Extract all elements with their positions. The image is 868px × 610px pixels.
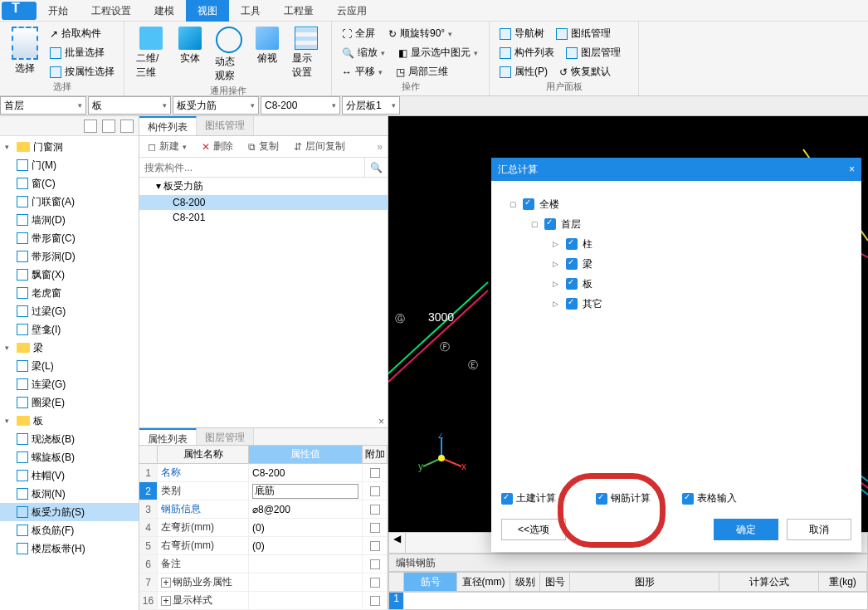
intercopy-button[interactable]: ⇵层间复制 xyxy=(290,138,349,155)
prop-row-chk[interactable] xyxy=(363,573,388,591)
tab-proplayer[interactable]: 图层管理 xyxy=(197,428,254,445)
toggle-n2[interactable]: ▷ xyxy=(553,260,561,268)
cb-n4[interactable] xyxy=(566,298,578,310)
tree-item[interactable]: 板受力筋(S) xyxy=(0,503,139,521)
select-button[interactable]: 选择 xyxy=(7,25,43,81)
ok-button[interactable]: 确定 xyxy=(714,519,778,540)
tab-tools[interactable]: 工具 xyxy=(229,0,272,22)
tree-tool3[interactable] xyxy=(120,120,134,133)
delete-button[interactable]: ✕删除 xyxy=(198,138,237,155)
local3d-button[interactable]: ◳局部三维 xyxy=(393,63,451,81)
display-settings-button[interactable]: 显示设置 xyxy=(287,25,324,85)
search-button[interactable]: 🔍 xyxy=(364,158,388,177)
prop-row[interactable]: 6 备注 xyxy=(139,555,388,573)
prop-row-val[interactable] xyxy=(249,482,363,500)
layermgr-button[interactable]: 图层管理 xyxy=(563,44,624,61)
dialog-close[interactable]: × xyxy=(849,163,855,175)
node-floor[interactable]: 首层 xyxy=(561,217,581,232)
pan-button[interactable]: ↔平移 xyxy=(339,63,386,81)
copy-button[interactable]: ⧉复制 xyxy=(245,138,282,155)
tab-cloud[interactable]: 云应用 xyxy=(325,0,378,22)
prop-row-chk[interactable] xyxy=(363,500,388,518)
prop-row-chk[interactable] xyxy=(363,482,388,500)
dynobs-button[interactable]: 动态观察 xyxy=(210,25,247,85)
byprop-select-button[interactable]: 按属性选择 xyxy=(46,63,118,81)
prop-row-chk[interactable] xyxy=(363,464,388,481)
toggle-n4[interactable]: ▷ xyxy=(553,300,561,308)
cancel-button[interactable]: 取消 xyxy=(787,519,851,540)
cb-floor[interactable] xyxy=(544,218,556,230)
prop-close[interactable] xyxy=(139,416,388,427)
comp-root[interactable]: ▾ 板受力筋 xyxy=(139,178,388,195)
tab-quantity[interactable]: 工程量 xyxy=(272,0,325,22)
drawing-mgr-button[interactable]: 图纸管理 xyxy=(553,25,614,42)
prop-row-chk[interactable] xyxy=(363,592,388,609)
item-dropdown[interactable]: C8-200 xyxy=(261,96,340,115)
tree-item[interactable]: 板洞(N) xyxy=(0,485,139,503)
toggle-floor[interactable]: ▢ xyxy=(531,220,539,228)
tree-item[interactable]: 连梁(G) xyxy=(0,375,139,393)
type-dropdown[interactable]: 板受力筋 xyxy=(173,96,259,115)
options-button[interactable]: <<选项 xyxy=(501,519,566,540)
tree-item[interactable]: 带形洞(D) xyxy=(0,247,139,266)
tree-group[interactable]: ▾梁 xyxy=(0,339,139,357)
tree-group[interactable]: ▾门窗洞 xyxy=(0,138,139,156)
prop-row[interactable]: 2 类别 xyxy=(139,482,388,500)
prop-row[interactable]: 16 +显示样式 xyxy=(139,592,388,610)
prop-button[interactable]: 属性(P) xyxy=(496,63,551,81)
tree-group[interactable]: ▾板 xyxy=(0,412,139,430)
2d3d-button[interactable]: 二维/三维 xyxy=(131,25,170,85)
pick-component-button[interactable]: ↗拾取构件 xyxy=(46,25,118,42)
prop-row[interactable]: 7 +钢筋业务属性 xyxy=(139,573,388,592)
tree-item[interactable]: 现浇板(B) xyxy=(0,430,139,448)
toggle-root[interactable]: ▢ xyxy=(510,200,518,208)
node-all[interactable]: 全楼 xyxy=(539,198,559,212)
tab-view[interactable]: 视图 xyxy=(186,0,229,22)
floor-dropdown[interactable]: 首层 xyxy=(0,96,86,115)
layer-dropdown[interactable]: 分层板1 xyxy=(342,96,400,115)
cb-all[interactable] xyxy=(523,198,534,210)
navtree-button[interactable]: 导航树 xyxy=(496,25,548,42)
node-column[interactable]: 柱 xyxy=(583,237,592,251)
cb-table-input[interactable]: 表格输入 xyxy=(682,491,737,505)
tree-item[interactable]: 老虎窗 xyxy=(0,284,139,302)
cb-n1[interactable] xyxy=(566,238,578,250)
tab-project-settings[interactable]: 工程设置 xyxy=(80,0,143,22)
node-slab[interactable]: 板 xyxy=(583,277,592,291)
tree-item[interactable]: 柱帽(V) xyxy=(0,466,139,485)
zoom-button[interactable]: 🔍缩放 xyxy=(339,44,388,61)
tree-item[interactable]: 壁龛(I) xyxy=(0,320,139,339)
tree-item[interactable]: 门联窗(A) xyxy=(0,193,139,211)
tree-item[interactable]: 圈梁(E) xyxy=(0,393,139,412)
prop-row[interactable]: 3 钢筋信息 ⌀8@200 xyxy=(139,500,388,519)
tab-drawmgr[interactable]: 图纸管理 xyxy=(197,116,254,135)
toggle-n1[interactable]: ▷ xyxy=(553,240,561,248)
prop-val-input[interactable] xyxy=(252,484,358,499)
ortho-button[interactable]: 俯视 xyxy=(251,25,284,85)
tree-item[interactable]: 窗(C) xyxy=(0,174,139,193)
tree-item[interactable]: 螺旋板(B) xyxy=(0,448,139,466)
toggle-n3[interactable]: ▷ xyxy=(553,280,561,288)
batch-select-button[interactable]: 批量选择 xyxy=(46,44,118,61)
tab-proplist[interactable]: 属性列表 xyxy=(139,428,197,445)
show-selected-button[interactable]: ◧显示选中图元 xyxy=(395,44,481,61)
comp-item-2[interactable]: C8-201 xyxy=(139,210,388,225)
cb-n3[interactable] xyxy=(566,278,578,290)
tree-item[interactable]: 梁(L) xyxy=(0,357,139,375)
complist-button[interactable]: 构件列表 xyxy=(496,44,558,61)
tree-item[interactable]: 楼层板带(H) xyxy=(0,539,139,558)
cb-n2[interactable] xyxy=(566,258,578,270)
tab-complist[interactable]: 构件列表 xyxy=(139,116,197,135)
node-beam[interactable]: 梁 xyxy=(583,257,592,271)
tree-item[interactable]: 过梁(G) xyxy=(0,302,139,320)
prop-row-chk[interactable] xyxy=(363,555,388,573)
prop-row-chk[interactable] xyxy=(363,537,388,554)
cb-rebar-calc[interactable]: 钢筋计算 xyxy=(596,491,651,505)
prop-row[interactable]: 1 名称 C8-200 xyxy=(139,464,388,482)
new-button[interactable]: ◻新建 xyxy=(144,138,190,155)
search-input[interactable] xyxy=(139,158,364,177)
tree-item[interactable]: 板负筋(F) xyxy=(0,521,139,539)
tree-item[interactable]: 带形窗(C) xyxy=(0,229,139,247)
prop-row[interactable]: 5 右弯折(mm) (0) xyxy=(139,537,388,555)
tab-modeling[interactable]: 建模 xyxy=(143,0,186,22)
